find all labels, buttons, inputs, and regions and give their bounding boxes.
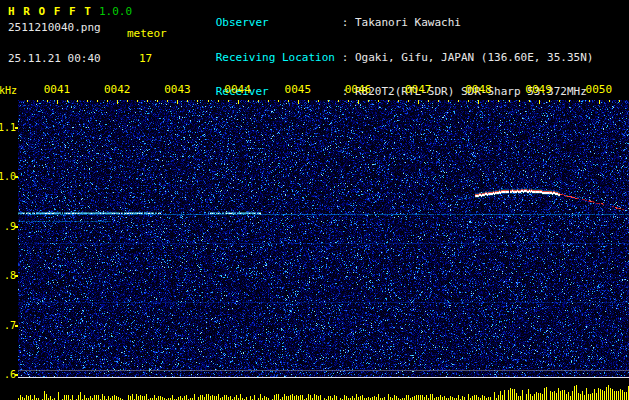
x-tick-label: 0044 [224,83,251,96]
y-tick-mark [15,127,18,129]
x-tick-label: 0046 [345,83,372,96]
y-tick-mark [15,275,18,277]
x-tick-label: 0045 [285,83,312,96]
spectrogram-canvas [18,100,629,400]
x-tick-label: 0043 [164,83,191,96]
y-tick-label: 1.1 [0,122,16,133]
x-tick-label: 0041 [44,83,71,96]
y-tick-label: .9 [0,221,16,232]
y-tick-mark [15,176,18,178]
y-tick-label: .8 [0,270,16,281]
x-tick-label: 0047 [405,83,432,96]
y-tick-mark [15,374,18,376]
y-tick-mark [15,226,18,228]
x-tick-label: 0050 [586,83,613,96]
hrofft-output: H R O F F T 1.0.0 2511210040.png meteor … [0,0,629,400]
y-axis-unit: kHz [0,85,17,96]
x-tick-label: 0042 [104,83,131,96]
y-tick-label: 1.0 [0,171,16,182]
y-tick-mark [15,325,18,327]
x-tick-label: 0048 [465,83,492,96]
spectrogram-panel: kHz 004100420043004400450046004700480049… [0,0,629,400]
y-tick-label: .7 [0,320,16,331]
y-tick-label: .6 [0,369,16,380]
x-tick-label: 0049 [525,83,552,96]
